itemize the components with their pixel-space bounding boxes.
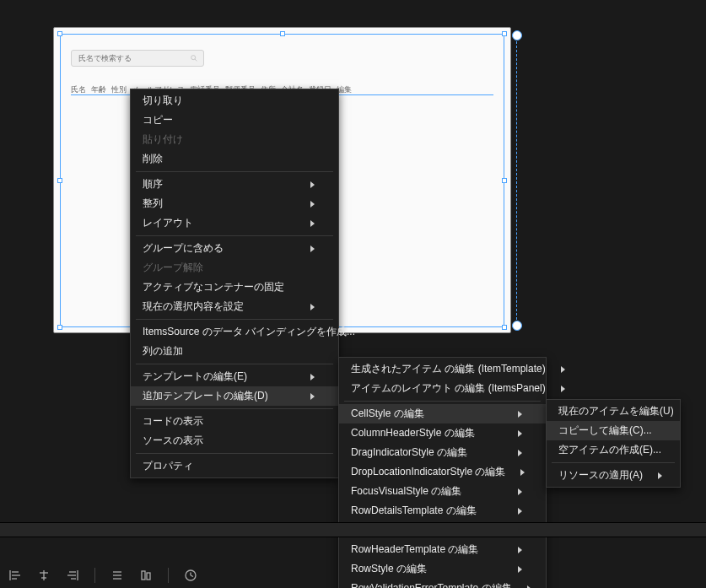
submenu-arrow-icon: [518, 547, 522, 553]
menu-add-column[interactable]: 列の追加: [131, 342, 338, 361]
menu-rowstyle[interactable]: RowStyle の編集: [339, 559, 546, 579]
menu-columnheaderstyle[interactable]: ColumnHeaderStyle の編集: [339, 423, 546, 443]
search-input[interactable]: [77, 53, 190, 63]
menu-edit-template[interactable]: テンプレートの編集(E): [131, 367, 338, 386]
submenu-additional-templates[interactable]: 生成されたアイテム の編集 (ItemTemplate) アイテムのレイアウト …: [338, 357, 547, 588]
submenu-arrow-icon: [310, 374, 315, 380]
svg-point-0: [191, 56, 196, 60]
bottom-toolbar: [8, 568, 197, 583]
context-menu[interactable]: 切り取り コピー 貼り付け 削除 順序 整列 レイアウト グループに含める グル…: [130, 89, 339, 478]
menu-properties[interactable]: プロパティ: [131, 456, 338, 476]
menu-ungroup: グループ解除: [131, 258, 338, 278]
menu-view-source[interactable]: ソースの表示: [131, 431, 338, 450]
submenu-arrow-icon: [561, 386, 565, 392]
submenu-arrow-icon: [310, 220, 315, 227]
submenu-arrow-icon: [658, 472, 662, 479]
submenu-arrow-icon: [518, 450, 522, 456]
submenu-arrow-icon: [520, 469, 525, 476]
resize-handle-top-right[interactable]: [502, 31, 507, 36]
menu-droplocationindicatorstyle[interactable]: DropLocationIndicatorStyle の編集: [339, 462, 546, 482]
submenu-arrow-icon: [518, 430, 522, 437]
resize-handle-bottom-left[interactable]: [57, 325, 62, 330]
menu-separator: [136, 364, 333, 364]
submenu-arrow-icon: [310, 245, 315, 252]
menu-cut[interactable]: 切り取り: [131, 91, 338, 111]
guide-rail: [516, 41, 517, 320]
submenu-arrow-icon: [310, 304, 315, 310]
menu-separator: [344, 401, 541, 402]
menu-copy-edit[interactable]: コピーして編集(C)...: [547, 421, 680, 440]
toolbar-separator: [94, 568, 95, 583]
svg-line-1: [195, 59, 197, 61]
menu-align[interactable]: 整列: [131, 194, 338, 213]
knob-icon[interactable]: [512, 30, 522, 40]
resize-handle-top-left[interactable]: [57, 31, 62, 36]
menu-apply-resource[interactable]: リソースの適用(A): [547, 466, 680, 485]
search-box[interactable]: [71, 50, 204, 67]
menu-separator: [136, 319, 333, 320]
menu-focusvisualstyle[interactable]: FocusVisualStyle の編集: [339, 482, 546, 501]
menu-copy[interactable]: コピー: [131, 111, 338, 130]
menu-create-binding[interactable]: ItemsSource のデータ バインディングを作成...: [131, 322, 338, 342]
submenu-arrow-icon: [518, 566, 522, 573]
menu-separator: [136, 171, 333, 172]
knob-icon[interactable]: [512, 321, 522, 331]
submenu-arrow-icon: [518, 411, 522, 418]
menu-separator: [552, 462, 675, 463]
menu-items-panel[interactable]: アイテムのレイアウト の編集 (ItemsPanel): [339, 379, 546, 398]
resize-handle-right[interactable]: [502, 178, 507, 183]
submenu-arrow-icon: [527, 585, 531, 589]
svg-rect-17: [147, 573, 150, 580]
svg-rect-16: [142, 571, 145, 580]
menu-order[interactable]: 順序: [131, 175, 338, 194]
submenu-arrow-icon: [310, 181, 315, 188]
menu-paste: 貼り付け: [131, 130, 338, 149]
align-left-icon[interactable]: [8, 569, 22, 582]
toolbar-separator: [168, 568, 169, 583]
menu-separator: [136, 408, 333, 409]
svg-line-20: [191, 575, 193, 577]
snap-icon[interactable]: [139, 569, 153, 582]
submenu-arrow-icon: [310, 393, 315, 400]
menu-rowvalidationerrortemplate[interactable]: RowValidationErrorTemplate の編集: [339, 579, 546, 588]
submenu-arrow-icon: [518, 508, 522, 515]
menu-edit-current[interactable]: 現在のアイテムを編集(U): [547, 402, 680, 421]
search-icon: [190, 54, 198, 62]
resize-handle-bottom-right[interactable]: [502, 325, 507, 330]
menu-view-code[interactable]: コードの表示: [131, 412, 338, 431]
menu-separator: [136, 453, 333, 454]
menu-cellstyle[interactable]: CellStyle の編集: [339, 404, 546, 423]
menu-create-empty[interactable]: 空アイテムの作成(E)...: [547, 440, 680, 460]
menu-rowdetailstemplate[interactable]: RowDetailsTemplate の編集: [339, 501, 546, 521]
list-icon[interactable]: [110, 569, 124, 582]
submenu-cellstyle-actions[interactable]: 現在のアイテムを編集(U) コピーして編集(C)... 空アイテムの作成(E).…: [546, 399, 681, 488]
timeline-strip: [0, 522, 706, 537]
submenu-arrow-icon: [561, 366, 565, 373]
clock-icon[interactable]: [184, 569, 197, 582]
menu-edit-additional-template[interactable]: 追加テンプレートの編集(D): [131, 386, 338, 406]
menu-layout[interactable]: レイアウト: [131, 213, 338, 233]
menu-separator: [136, 235, 333, 236]
submenu-arrow-icon: [518, 488, 522, 495]
menu-delete[interactable]: 削除: [131, 149, 338, 169]
menu-dragindicatorstyle[interactable]: DragIndicatorStyle の編集: [339, 443, 546, 462]
menu-item-template[interactable]: 生成されたアイテム の編集 (ItemTemplate): [339, 359, 546, 379]
align-right-icon[interactable]: [66, 569, 79, 582]
menu-set-selection[interactable]: 現在の選択内容を設定: [131, 297, 338, 316]
resize-handle-top[interactable]: [280, 31, 285, 36]
menu-rowheadertemplate[interactable]: RowHeaderTemplate の編集: [339, 540, 546, 559]
menu-pin-container[interactable]: アクティブなコンテナーの固定: [131, 278, 338, 297]
resize-handle-left[interactable]: [57, 178, 62, 183]
align-center-icon[interactable]: [37, 569, 51, 582]
menu-group-into[interactable]: グループに含める: [131, 239, 338, 258]
submenu-arrow-icon: [310, 201, 315, 208]
